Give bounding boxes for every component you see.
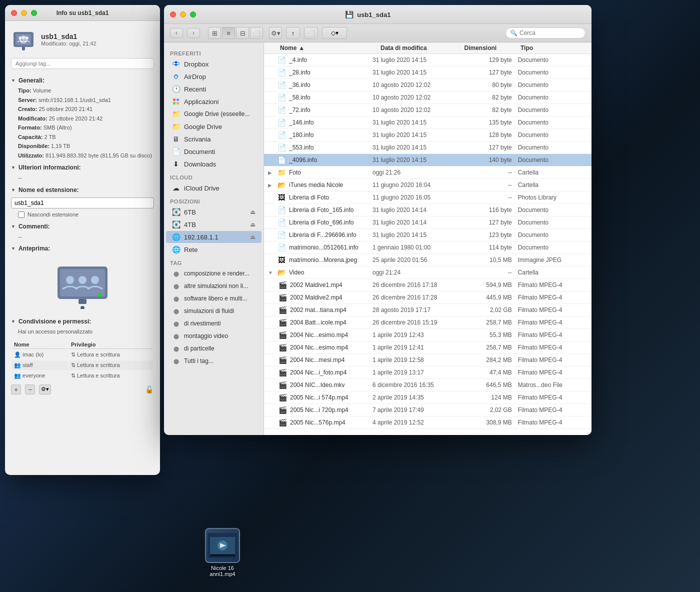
- view-icon-button[interactable]: ⊞: [208, 27, 221, 39]
- sidebar-item-icloud[interactable]: ☁ iCloud Drive: [166, 182, 262, 194]
- remove-perm-button[interactable]: −: [25, 384, 35, 394]
- ulteriori-section-header[interactable]: ▼ Ulteriori informazioni:: [11, 160, 154, 173]
- file-row[interactable]: 📄 _4.info 31 luglio 2020 14:15 129 byte …: [264, 54, 592, 66]
- file-row[interactable]: 📄 _72.info 10 agosto 2020 12:02 82 byte …: [264, 104, 592, 116]
- col-header-size[interactable]: Dimensioni: [464, 44, 515, 52]
- commenti-section-header[interactable]: ▼ Commenti:: [11, 219, 154, 232]
- tag-7-icon: ⬤: [172, 344, 180, 352]
- file-type: Documento: [512, 82, 588, 88]
- sidebar-item-tag-3[interactable]: ⬤ software libero e multi...: [166, 292, 262, 304]
- file-row[interactable]: 📄 _58.info 10 agosto 2020 12:02 82 byte …: [264, 92, 592, 104]
- file-row-foto[interactable]: ▶ 📁 Foto oggi 21:26 -- Cartella: [264, 166, 592, 179]
- file-row-video[interactable]: 🎬 2004 NIC...Ideo.mkv 6 dicembre 2016 16…: [264, 379, 592, 392]
- forward-button[interactable]: ›: [187, 28, 200, 38]
- file-row-video[interactable]: 🎬 2005 Nic...i 574p.mp4 2 aprile 2019 14…: [264, 392, 592, 404]
- file-row-video[interactable]: 🎬 2004 Batt...icole.mp4 26 dicembre 2016…: [264, 316, 592, 329]
- sidebar-item-tag-2[interactable]: ⬤ altre simulazioni non li...: [166, 280, 262, 292]
- file-row[interactable]: 📄 _28.info 31 luglio 2020 14:15 127 byte…: [264, 66, 592, 79]
- sidebar-item-tag-1[interactable]: ⬤ composizione e render...: [166, 268, 262, 280]
- file-name: 2004 Nic...mesi.mp4: [290, 356, 344, 364]
- perm-gear-button[interactable]: ⚙▾: [39, 384, 51, 394]
- sidebar-item-dropbox[interactable]: Dropbox: [166, 58, 262, 70]
- dock-item[interactable]: Nicole 16 anni1.mp4: [202, 528, 242, 577]
- sidebar-item-airdrop[interactable]: AirDrop: [166, 70, 262, 82]
- file-date: 26 dicembre 2016 15:19: [372, 319, 460, 326]
- view-column-button[interactable]: ⊟: [236, 27, 249, 39]
- file-row[interactable]: 📄 Libreria di Foto_165.info 31 luglio 20…: [264, 204, 592, 216]
- file-row-video[interactable]: 🎬 2004 Nic...esimo.mp4 1 aprile 2019 12:…: [264, 342, 592, 354]
- sidebar-item-applicazioni[interactable]: Applicazioni: [166, 96, 262, 108]
- file-row-video[interactable]: 🎬 2002 Maldive1.mp4 26 dicembre 2016 17:…: [264, 279, 592, 292]
- sidebar-item-192[interactable]: 🌐 192.168.1.1 ⏏: [166, 231, 262, 243]
- sidebar-section-icloud: iCloud: [164, 170, 264, 182]
- back-button[interactable]: ‹: [170, 28, 183, 38]
- tags-button[interactable]: ⬜: [304, 27, 318, 39]
- sidebar-item-tag-4[interactable]: ⬤ simulazioni di fluidi: [166, 305, 262, 317]
- file-row[interactable]: 📄 Libreria di F...296696.info 31 luglio …: [264, 229, 592, 242]
- file-row-video[interactable]: 🎬 2005 Nic...i 720p.mp4 7 aprile 2019 17…: [264, 404, 592, 416]
- file-type: Filmato MPEG-4: [512, 406, 588, 414]
- file-row[interactable]: 📄 Libreria di Foto_696.info 31 luglio 20…: [264, 216, 592, 229]
- file-row-photos[interactable]: 🖼 Libreria di Foto 11 giugno 2020 16:05 …: [264, 192, 592, 204]
- col-header-type[interactable]: Tipo: [514, 44, 588, 52]
- anteprima-section-header[interactable]: ▼ Anteprima:: [11, 241, 154, 254]
- sidebar-item-4tb[interactable]: 💽 4TB ⏏: [166, 218, 262, 230]
- share-button[interactable]: ↑: [286, 27, 300, 39]
- file-row[interactable]: 📄 _36.info 10 agosto 2020 12:02 80 byte …: [264, 79, 592, 92]
- col-header-date[interactable]: Data di modifica: [380, 44, 464, 52]
- sidebar-item-recenti[interactable]: 🕐 Recenti: [166, 83, 262, 95]
- tag-input[interactable]: [11, 58, 154, 69]
- dropbox-button[interactable]: ◇▾: [322, 27, 347, 39]
- sidebar-label-scrivania: Scrivania: [184, 136, 210, 143]
- video-icon: 🎬: [278, 306, 287, 314]
- file-type: Documento: [512, 156, 588, 164]
- sidebar-item-6tb[interactable]: 💽 6TB ⏏: [166, 206, 262, 218]
- name-ext-input[interactable]: [11, 198, 154, 208]
- lock-icon[interactable]: 🔓: [144, 384, 154, 394]
- file-type: Photos Library: [512, 194, 588, 201]
- file-row[interactable]: 📄 _146.info 31 luglio 2020 14:15 135 byt…: [264, 116, 592, 129]
- eject-192-button[interactable]: ⏏: [250, 234, 256, 240]
- sidebar-item-scrivania[interactable]: 🖥 Scrivania: [166, 133, 262, 145]
- file-date: 25 aprile 2020 01:56: [372, 256, 460, 264]
- sharing-section-header[interactable]: ▼ Condivisione e permessi:: [11, 314, 154, 327]
- file-row-selected[interactable]: 📄 _4096.info 31 luglio 2020 14:15 140 by…: [264, 154, 592, 166]
- file-row-video[interactable]: 🎬 2004 Nic...esimo.mp4 1 aprile 2019 12:…: [264, 329, 592, 342]
- file-row-video[interactable]: 🎬 2002 Maldive2.mp4 26 dicembre 2016 17:…: [264, 292, 592, 304]
- file-type: Filmato MPEG-4: [512, 294, 588, 301]
- sidebar-item-all-tags[interactable]: ⬤ Tutti i tag...: [166, 355, 262, 367]
- eject-6tb-button[interactable]: ⏏: [250, 208, 256, 216]
- add-perm-button[interactable]: +: [11, 384, 21, 394]
- generali-section-header[interactable]: ▼ Generali:: [11, 73, 154, 86]
- search-box[interactable]: 🔍: [506, 28, 586, 38]
- hide-ext-checkbox[interactable]: [18, 212, 24, 218]
- file-row[interactable]: 📄 _180.info 31 luglio 2020 14:15 128 byt…: [264, 129, 592, 142]
- sidebar-item-downloads[interactable]: ⬇ Downloads: [166, 158, 262, 170]
- view-list-button[interactable]: ≡: [222, 27, 235, 39]
- sidebar-item-rete[interactable]: 🌐 Rete: [166, 244, 262, 256]
- sidebar-item-documenti[interactable]: 📄 Documenti: [166, 146, 262, 158]
- sidebar-item-gdrive[interactable]: 📁 Google Drive: [166, 120, 262, 132]
- sidebar-item-tag-7[interactable]: ⬤ di particelle: [166, 342, 262, 354]
- file-row-itunes[interactable]: ▶ 📂 iTunes media Nicole 11 giugno 2020 1…: [264, 179, 592, 192]
- nome-section-header[interactable]: ▼ Nome ed estensione:: [11, 182, 154, 196]
- col-header-nome[interactable]: Nome ▲: [268, 44, 380, 52]
- view-gallery-button[interactable]: ⬜: [250, 27, 263, 39]
- file-row-jpeg[interactable]: 🖼 matrimonio...Morena.jpeg 25 aprile 202…: [264, 254, 592, 266]
- file-row-video[interactable]: 🎬 2004 Nic...mesi.mp4 1 aprile 2019 12:5…: [264, 354, 592, 366]
- file-row-video[interactable]: 🎬 2004 Nic...i_foto.mp4 1 aprile 2019 13…: [264, 366, 592, 379]
- file-row-video[interactable]: 🎬 2005 Nic...576p.mp4 4 aprile 2019 12:5…: [264, 416, 592, 429]
- sidebar-item-tag-6[interactable]: ⬤ montaggio video: [166, 330, 262, 342]
- file-row-video[interactable]: 🎬 2002 mat...tiana.mp4 28 agosto 2019 17…: [264, 304, 592, 316]
- doc-icon: 📄: [277, 243, 286, 252]
- search-input[interactable]: [520, 30, 581, 36]
- file-row-video-folder[interactable]: ▼ 📂 Video oggi 21:24 -- Cartella: [264, 266, 592, 279]
- finder-titlebar: 💾 usb1_sda1: [164, 5, 592, 24]
- file-date: 31 luglio 2020 14:15: [372, 56, 460, 64]
- sidebar-item-tag-5[interactable]: ⬤ di rivestimenti: [166, 318, 262, 330]
- eject-4tb-button[interactable]: ⏏: [250, 221, 256, 228]
- file-row[interactable]: 📄 _553.info 31 luglio 2020 14:15 127 byt…: [264, 142, 592, 154]
- sidebar-item-gdrive-ess[interactable]: 📁 Google Drive (esseelle...: [166, 108, 262, 120]
- file-row[interactable]: 📄 matrimonio...0512661.info 1 gennaio 19…: [264, 242, 592, 254]
- action-gear-button[interactable]: ⚙▾: [269, 27, 282, 39]
